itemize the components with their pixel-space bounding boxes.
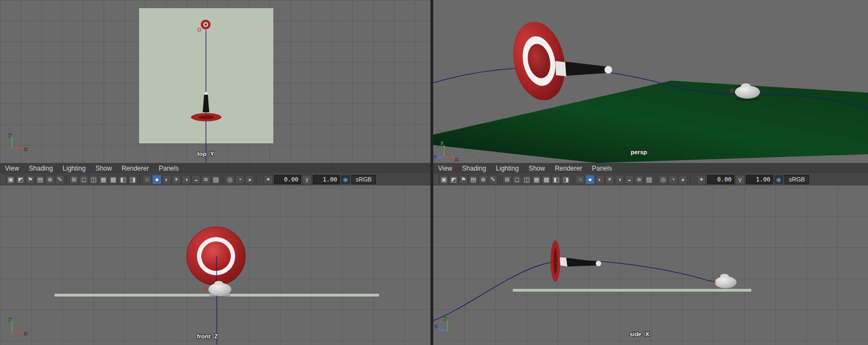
menu-item[interactable]: Show: [91, 164, 117, 173]
field-chart-icon[interactable]: ▩: [109, 175, 118, 184]
menu-item[interactable]: Renderer: [117, 164, 154, 173]
toolbar-separator: [690, 175, 690, 184]
target-torus-top[interactable]: [191, 113, 222, 122]
ground-plane-side[interactable]: [513, 289, 751, 292]
menu-item[interactable]: Lighting: [58, 164, 91, 173]
grease-pencil-icon[interactable]: ✎: [55, 175, 64, 184]
film-gate-icon[interactable]: ◻: [512, 175, 522, 184]
gamma-field[interactable]: 1.00: [313, 175, 340, 184]
menu-item[interactable]: Shading: [457, 164, 491, 173]
image-plane-icon[interactable]: ▤: [469, 175, 478, 184]
exposure-icon[interactable]: ✦: [697, 175, 706, 184]
cone-side[interactable]: [560, 257, 601, 267]
lock-camera-icon[interactable]: ◩: [449, 175, 458, 184]
resolution-gate-icon[interactable]: ◫: [89, 175, 98, 184]
smooth-shade-icon[interactable]: ●: [585, 175, 595, 184]
cone-persp[interactable]: [555, 61, 612, 76]
pan-zoom-icon[interactable]: ⊕: [478, 175, 488, 184]
viewport-top-canvas[interactable]: top -Y y x: [0, 0, 430, 163]
resolution-gate-icon[interactable]: ◫: [522, 175, 531, 184]
anti-aliasing-icon[interactable]: ▨: [211, 175, 220, 184]
pan-zoom-icon[interactable]: ⊕: [45, 175, 55, 184]
menu-item[interactable]: Renderer: [550, 164, 587, 173]
menu-item[interactable]: View: [433, 164, 457, 173]
toolbar-grip[interactable]: [2, 175, 4, 184]
gamma-icon[interactable]: γ: [302, 175, 312, 184]
use-all-lights-icon[interactable]: ☀: [605, 175, 614, 184]
stone-body-front[interactable]: [208, 283, 231, 296]
toolbar-grip[interactable]: [435, 175, 438, 184]
viewport-side[interactable]: side -X y z: [433, 185, 868, 345]
lock-camera-icon[interactable]: ◩: [16, 175, 25, 184]
safe-action-icon[interactable]: ◧: [118, 175, 128, 184]
menu-item[interactable]: Lighting: [491, 164, 524, 173]
film-gate-icon[interactable]: ◻: [79, 175, 88, 184]
gamma-icon[interactable]: γ: [735, 175, 745, 184]
menu-item[interactable]: Show: [524, 164, 550, 173]
select-camera-icon[interactable]: ▣: [6, 175, 15, 184]
gate-mask-icon[interactable]: ▦: [532, 175, 541, 184]
motion-blur-icon[interactable]: ≋: [634, 175, 644, 184]
viewport-persp-canvas[interactable]: persp y x z: [433, 0, 868, 163]
color-fields: ✦ 0.00 γ 1.00 ◉ sRGB: [264, 175, 376, 184]
viewport-front-canvas[interactable]: front -Z y x: [0, 185, 430, 345]
menu-item[interactable]: Panels: [587, 164, 617, 173]
color-management-icon[interactable]: ◉: [341, 175, 350, 184]
ground-plane-persp[interactable]: [433, 81, 868, 163]
ssao-icon[interactable]: ◒: [625, 175, 634, 184]
cone-body-side[interactable]: [566, 258, 597, 267]
isolate-select-icon[interactable]: ◎: [659, 175, 668, 184]
x-ray-joints-icon[interactable]: ◕: [678, 175, 687, 184]
stone-body-persp[interactable]: [735, 86, 760, 99]
x-ray-icon[interactable]: ◔: [235, 175, 244, 184]
view-transform-button[interactable]: sRGB: [785, 175, 809, 184]
viewport-side-canvas[interactable]: side -X y z: [433, 185, 868, 345]
exposure-icon[interactable]: ✦: [264, 175, 273, 184]
safe-title-icon[interactable]: ◨: [128, 175, 137, 184]
anti-aliasing-icon[interactable]: ▨: [644, 175, 654, 184]
select-camera-icon[interactable]: ▣: [439, 175, 448, 184]
bookmark-icon[interactable]: ⚑: [459, 175, 468, 184]
menu-item[interactable]: Shading: [24, 164, 58, 173]
menu-item[interactable]: View: [0, 164, 24, 173]
x-ray-joints-icon[interactable]: ◕: [245, 175, 254, 184]
wireframe-icon[interactable]: ○: [142, 175, 152, 184]
color-management-icon[interactable]: ◉: [774, 175, 783, 184]
smooth-shade-icon[interactable]: ●: [152, 175, 161, 184]
isolate-select-icon[interactable]: ◎: [225, 175, 235, 184]
target-torus-side[interactable]: [550, 240, 560, 282]
target-torus-persp[interactable]: [506, 17, 572, 105]
wireframe-icon[interactable]: ○: [576, 175, 585, 184]
motion-blur-icon[interactable]: ≋: [201, 175, 211, 184]
use-all-lights-icon[interactable]: ☀: [172, 175, 181, 184]
viewport-persp[interactable]: persp y x z: [433, 0, 868, 163]
ssao-icon[interactable]: ◒: [191, 175, 201, 184]
stone-side[interactable]: [715, 274, 737, 289]
exposure-field[interactable]: 0.00: [274, 175, 301, 184]
stone-body-side[interactable]: [715, 276, 737, 288]
bookmark-icon[interactable]: ⚑: [26, 175, 35, 184]
menu-item[interactable]: Panels: [154, 164, 184, 173]
image-plane-icon[interactable]: ▤: [35, 175, 45, 184]
pane-splitter[interactable]: [430, 0, 433, 345]
grease-pencil-icon[interactable]: ✎: [488, 175, 498, 184]
safe-action-icon[interactable]: ◧: [552, 175, 561, 184]
target-torus-front[interactable]: [187, 227, 246, 286]
keyframe-marker[interactable]: [205, 288, 207, 291]
gamma-field[interactable]: 1.00: [746, 175, 773, 184]
x-ray-icon[interactable]: ◔: [668, 175, 678, 184]
shadows-icon[interactable]: ◑: [615, 175, 624, 184]
grid-icon[interactable]: ⊞: [69, 175, 79, 184]
grid-icon[interactable]: ⊞: [502, 175, 512, 184]
shadows-icon[interactable]: ◑: [182, 175, 191, 184]
exposure-field[interactable]: 0.00: [707, 175, 734, 184]
safe-title-icon[interactable]: ◨: [561, 175, 571, 184]
field-chart-icon[interactable]: ▩: [542, 175, 551, 184]
view-transform-button[interactable]: sRGB: [351, 175, 376, 184]
viewport-top[interactable]: top -Y y x: [0, 0, 430, 163]
gate-mask-icon[interactable]: ▦: [99, 175, 108, 184]
cone-body-persp[interactable]: [565, 62, 607, 76]
textured-icon[interactable]: ◐: [162, 175, 171, 184]
viewport-front[interactable]: front -Z y x: [0, 185, 430, 345]
textured-icon[interactable]: ◐: [595, 175, 604, 184]
